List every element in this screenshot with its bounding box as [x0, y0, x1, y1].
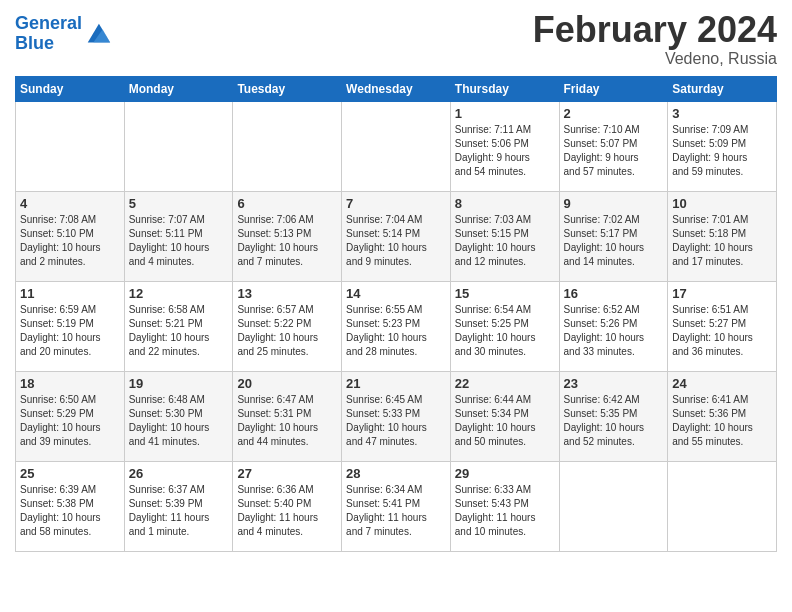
calendar-cell: 14Sunrise: 6:55 AM Sunset: 5:23 PM Dayli…	[342, 281, 451, 371]
day-number: 16	[564, 286, 664, 301]
day-info: Sunrise: 6:52 AM Sunset: 5:26 PM Dayligh…	[564, 303, 664, 359]
day-number: 15	[455, 286, 555, 301]
calendar-cell: 24Sunrise: 6:41 AM Sunset: 5:36 PM Dayli…	[668, 371, 777, 461]
day-info: Sunrise: 6:59 AM Sunset: 5:19 PM Dayligh…	[20, 303, 120, 359]
week-row-4: 18Sunrise: 6:50 AM Sunset: 5:29 PM Dayli…	[16, 371, 777, 461]
calendar-cell: 7Sunrise: 7:04 AM Sunset: 5:14 PM Daylig…	[342, 191, 451, 281]
calendar-cell: 25Sunrise: 6:39 AM Sunset: 5:38 PM Dayli…	[16, 461, 125, 551]
calendar-cell: 15Sunrise: 6:54 AM Sunset: 5:25 PM Dayli…	[450, 281, 559, 371]
calendar-cell: 1Sunrise: 7:11 AM Sunset: 5:06 PM Daylig…	[450, 101, 559, 191]
day-number: 17	[672, 286, 772, 301]
day-number: 26	[129, 466, 229, 481]
calendar-table: SundayMondayTuesdayWednesdayThursdayFrid…	[15, 76, 777, 552]
day-info: Sunrise: 6:34 AM Sunset: 5:41 PM Dayligh…	[346, 483, 446, 539]
day-info: Sunrise: 7:03 AM Sunset: 5:15 PM Dayligh…	[455, 213, 555, 269]
day-info: Sunrise: 6:47 AM Sunset: 5:31 PM Dayligh…	[237, 393, 337, 449]
calendar-cell: 29Sunrise: 6:33 AM Sunset: 5:43 PM Dayli…	[450, 461, 559, 551]
calendar-cell: 2Sunrise: 7:10 AM Sunset: 5:07 PM Daylig…	[559, 101, 668, 191]
day-info: Sunrise: 6:45 AM Sunset: 5:33 PM Dayligh…	[346, 393, 446, 449]
calendar-cell: 6Sunrise: 7:06 AM Sunset: 5:13 PM Daylig…	[233, 191, 342, 281]
day-info: Sunrise: 6:39 AM Sunset: 5:38 PM Dayligh…	[20, 483, 120, 539]
calendar-cell: 22Sunrise: 6:44 AM Sunset: 5:34 PM Dayli…	[450, 371, 559, 461]
day-info: Sunrise: 7:04 AM Sunset: 5:14 PM Dayligh…	[346, 213, 446, 269]
day-number: 4	[20, 196, 120, 211]
day-number: 5	[129, 196, 229, 211]
day-number: 1	[455, 106, 555, 121]
calendar-cell: 23Sunrise: 6:42 AM Sunset: 5:35 PM Dayli…	[559, 371, 668, 461]
day-info: Sunrise: 6:55 AM Sunset: 5:23 PM Dayligh…	[346, 303, 446, 359]
calendar-cell	[124, 101, 233, 191]
day-number: 22	[455, 376, 555, 391]
calendar-cell	[559, 461, 668, 551]
month-title: February 2024	[533, 10, 777, 50]
calendar-cell: 8Sunrise: 7:03 AM Sunset: 5:15 PM Daylig…	[450, 191, 559, 281]
logo-blue: Blue	[15, 33, 54, 53]
day-info: Sunrise: 6:57 AM Sunset: 5:22 PM Dayligh…	[237, 303, 337, 359]
day-number: 2	[564, 106, 664, 121]
day-info: Sunrise: 6:37 AM Sunset: 5:39 PM Dayligh…	[129, 483, 229, 539]
day-number: 29	[455, 466, 555, 481]
day-info: Sunrise: 7:07 AM Sunset: 5:11 PM Dayligh…	[129, 213, 229, 269]
day-number: 11	[20, 286, 120, 301]
calendar-cell: 10Sunrise: 7:01 AM Sunset: 5:18 PM Dayli…	[668, 191, 777, 281]
location-title: Vedeno, Russia	[533, 50, 777, 68]
title-block: February 2024 Vedeno, Russia	[533, 10, 777, 68]
day-number: 14	[346, 286, 446, 301]
calendar-cell: 3Sunrise: 7:09 AM Sunset: 5:09 PM Daylig…	[668, 101, 777, 191]
day-info: Sunrise: 6:50 AM Sunset: 5:29 PM Dayligh…	[20, 393, 120, 449]
week-row-2: 4Sunrise: 7:08 AM Sunset: 5:10 PM Daylig…	[16, 191, 777, 281]
logo-general: General	[15, 13, 82, 33]
calendar-cell: 11Sunrise: 6:59 AM Sunset: 5:19 PM Dayli…	[16, 281, 125, 371]
day-info: Sunrise: 7:10 AM Sunset: 5:07 PM Dayligh…	[564, 123, 664, 179]
day-info: Sunrise: 7:09 AM Sunset: 5:09 PM Dayligh…	[672, 123, 772, 179]
day-number: 27	[237, 466, 337, 481]
day-number: 18	[20, 376, 120, 391]
calendar-cell: 16Sunrise: 6:52 AM Sunset: 5:26 PM Dayli…	[559, 281, 668, 371]
calendar-cell: 27Sunrise: 6:36 AM Sunset: 5:40 PM Dayli…	[233, 461, 342, 551]
day-info: Sunrise: 6:48 AM Sunset: 5:30 PM Dayligh…	[129, 393, 229, 449]
week-row-3: 11Sunrise: 6:59 AM Sunset: 5:19 PM Dayli…	[16, 281, 777, 371]
week-row-1: 1Sunrise: 7:11 AM Sunset: 5:06 PM Daylig…	[16, 101, 777, 191]
weekday-header-monday: Monday	[124, 76, 233, 101]
calendar-cell: 5Sunrise: 7:07 AM Sunset: 5:11 PM Daylig…	[124, 191, 233, 281]
weekday-header-wednesday: Wednesday	[342, 76, 451, 101]
day-info: Sunrise: 6:42 AM Sunset: 5:35 PM Dayligh…	[564, 393, 664, 449]
weekday-header-saturday: Saturday	[668, 76, 777, 101]
day-number: 12	[129, 286, 229, 301]
calendar-cell: 21Sunrise: 6:45 AM Sunset: 5:33 PM Dayli…	[342, 371, 451, 461]
day-info: Sunrise: 7:06 AM Sunset: 5:13 PM Dayligh…	[237, 213, 337, 269]
calendar-cell: 20Sunrise: 6:47 AM Sunset: 5:31 PM Dayli…	[233, 371, 342, 461]
day-info: Sunrise: 7:02 AM Sunset: 5:17 PM Dayligh…	[564, 213, 664, 269]
logo-icon	[84, 20, 112, 48]
calendar-cell	[233, 101, 342, 191]
day-info: Sunrise: 6:54 AM Sunset: 5:25 PM Dayligh…	[455, 303, 555, 359]
calendar-cell	[342, 101, 451, 191]
week-row-5: 25Sunrise: 6:39 AM Sunset: 5:38 PM Dayli…	[16, 461, 777, 551]
calendar-cell: 9Sunrise: 7:02 AM Sunset: 5:17 PM Daylig…	[559, 191, 668, 281]
day-number: 3	[672, 106, 772, 121]
day-number: 23	[564, 376, 664, 391]
day-number: 9	[564, 196, 664, 211]
logo: General Blue	[15, 14, 112, 54]
day-info: Sunrise: 6:51 AM Sunset: 5:27 PM Dayligh…	[672, 303, 772, 359]
day-number: 21	[346, 376, 446, 391]
day-info: Sunrise: 7:11 AM Sunset: 5:06 PM Dayligh…	[455, 123, 555, 179]
day-number: 13	[237, 286, 337, 301]
calendar-cell: 26Sunrise: 6:37 AM Sunset: 5:39 PM Dayli…	[124, 461, 233, 551]
day-number: 10	[672, 196, 772, 211]
day-number: 24	[672, 376, 772, 391]
day-info: Sunrise: 6:44 AM Sunset: 5:34 PM Dayligh…	[455, 393, 555, 449]
day-info: Sunrise: 7:08 AM Sunset: 5:10 PM Dayligh…	[20, 213, 120, 269]
weekday-header-row: SundayMondayTuesdayWednesdayThursdayFrid…	[16, 76, 777, 101]
calendar-cell	[16, 101, 125, 191]
page-header: General Blue February 2024 Vedeno, Russi…	[15, 10, 777, 68]
day-number: 6	[237, 196, 337, 211]
calendar-cell: 19Sunrise: 6:48 AM Sunset: 5:30 PM Dayli…	[124, 371, 233, 461]
weekday-header-friday: Friday	[559, 76, 668, 101]
day-info: Sunrise: 6:33 AM Sunset: 5:43 PM Dayligh…	[455, 483, 555, 539]
day-number: 25	[20, 466, 120, 481]
day-info: Sunrise: 6:36 AM Sunset: 5:40 PM Dayligh…	[237, 483, 337, 539]
calendar-cell: 4Sunrise: 7:08 AM Sunset: 5:10 PM Daylig…	[16, 191, 125, 281]
weekday-header-thursday: Thursday	[450, 76, 559, 101]
day-info: Sunrise: 7:01 AM Sunset: 5:18 PM Dayligh…	[672, 213, 772, 269]
